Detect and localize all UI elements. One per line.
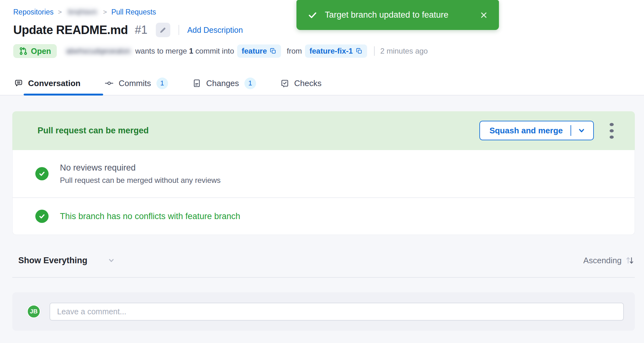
tab-conversation-label: Conversation — [28, 78, 80, 88]
pull-request-page: Repositories > bnqhtavn > Pull Requests … — [0, 0, 644, 343]
avatar: JB — [27, 305, 41, 318]
file-icon — [192, 78, 202, 88]
sort-label: Ascending — [583, 256, 622, 265]
timeline-filter-bar: Show Everything Ascending — [12, 252, 635, 269]
commit-count: 1 — [189, 47, 193, 55]
merge-action-text-2: commit into — [196, 47, 234, 55]
checklist-icon — [280, 78, 290, 88]
pr-number: #1 — [135, 23, 148, 37]
merge-check-list: No reviews required Pull request can be … — [12, 150, 635, 235]
breadcrumb-separator: > — [103, 8, 107, 16]
sort-arrows-icon — [625, 255, 635, 265]
merge-status-card: Pull request can be merged Squash and me… — [12, 111, 635, 235]
author-name-redacted: abehscudqeoealon — [64, 46, 133, 56]
success-check-icon — [35, 210, 49, 223]
edit-title-button[interactable] — [156, 23, 170, 37]
more-options-button[interactable] — [608, 123, 615, 139]
kebab-dot — [610, 129, 614, 132]
chevron-down-icon[interactable] — [577, 126, 586, 135]
merge-card-header: Pull request can be merged Squash and me… — [12, 111, 635, 150]
breadcrumb: Repositories > bnqhtavn > Pull Requests — [13, 8, 156, 16]
comment-composer: JB — [12, 292, 635, 331]
tab-checks[interactable]: Checks — [280, 78, 322, 88]
source-branch-name: feature-fix-1 — [309, 47, 353, 55]
pr-tabs: Conversation Commits 1 Changes 1 — [14, 72, 322, 95]
tab-conversation[interactable]: Conversation — [14, 78, 80, 88]
tab-commits-label: Commits — [119, 78, 151, 88]
tab-changes-label: Changes — [206, 78, 239, 88]
check-row-reviews: No reviews required Pull request can be … — [13, 150, 635, 197]
comment-input[interactable] — [50, 303, 624, 321]
button-divider — [571, 125, 571, 136]
check-subtitle: Pull request can be merged without any r… — [60, 176, 221, 185]
conversation-content: Pull request can be merged Squash and me… — [0, 96, 644, 343]
title-divider — [179, 25, 179, 35]
page-title: Update README.md — [13, 23, 128, 37]
target-branch-name: feature — [242, 47, 267, 55]
squash-and-merge-label: Squash and merge — [489, 126, 563, 136]
timestamp: 2 minutes ago — [380, 47, 428, 55]
breadcrumb-repo-redacted[interactable]: bnqhtavn — [66, 8, 99, 16]
check-row-conflicts: This branch has no conflicts with featur… — [13, 198, 635, 235]
tab-changes-badge: 1 — [244, 78, 256, 89]
merge-action-text-1: wants to merge — [135, 47, 187, 55]
pr-meta-row: Open abehscudqeoealon wants to merge 1 c… — [13, 44, 428, 58]
breadcrumb-pull-requests[interactable]: Pull Requests — [111, 8, 156, 16]
kebab-dot — [610, 136, 614, 139]
show-filter-label: Show Everything — [18, 256, 87, 265]
comment-bubble-icon — [14, 78, 23, 88]
status-badge: Open — [13, 44, 57, 58]
pencil-icon — [159, 26, 167, 34]
tab-commits[interactable]: Commits 1 — [104, 78, 168, 89]
toast-close-button[interactable] — [480, 11, 488, 19]
check-title: No reviews required — [60, 163, 221, 173]
title-row: Update README.md #1 Add Description — [13, 23, 243, 37]
meta-divider — [374, 46, 375, 56]
pull-request-icon — [19, 47, 28, 55]
toast-notification: Target branch updated to feature — [296, 0, 499, 30]
from-text: from — [287, 47, 302, 55]
check-icon — [308, 10, 317, 20]
breadcrumb-repositories[interactable]: Repositories — [13, 8, 54, 16]
tab-changes[interactable]: Changes 1 — [192, 78, 256, 89]
success-check-icon — [35, 167, 49, 180]
tab-commits-badge: 1 — [156, 78, 168, 89]
target-branch-chip[interactable]: feature — [237, 44, 281, 58]
add-description-link[interactable]: Add Description — [187, 26, 243, 35]
chevron-down-icon — [107, 256, 116, 265]
merge-action-text: wants to merge 1 commit into — [135, 47, 234, 55]
check-title: This branch has no conflicts with featur… — [60, 212, 240, 221]
section-divider — [12, 277, 635, 278]
kebab-dot — [610, 123, 614, 126]
close-icon — [480, 11, 488, 19]
status-label: Open — [31, 47, 51, 56]
commit-icon — [104, 78, 114, 88]
copy-icon[interactable] — [356, 48, 363, 55]
merge-heading: Pull request can be merged — [38, 126, 149, 136]
source-branch-chip[interactable]: feature-fix-1 — [305, 44, 367, 58]
toast-message: Target branch updated to feature — [325, 10, 480, 20]
squash-and-merge-button[interactable]: Squash and merge — [479, 121, 594, 140]
breadcrumb-separator: > — [58, 8, 62, 16]
tab-checks-label: Checks — [294, 78, 322, 88]
show-filter-dropdown[interactable]: Show Everything — [18, 256, 116, 265]
sort-toggle[interactable]: Ascending — [583, 255, 635, 265]
copy-icon[interactable] — [270, 48, 277, 55]
